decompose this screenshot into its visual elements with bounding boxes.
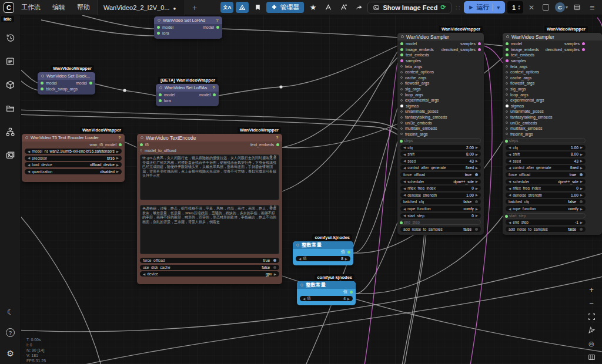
- input-slot[interactable]: fantasytalking_embeds: [503, 114, 602, 120]
- input-slot[interactable]: freeinit_args: [503, 132, 602, 137]
- toggle-dot[interactable]: [580, 173, 583, 176]
- workflow-a-icon[interactable]: [322, 2, 335, 13]
- input-slot[interactable]: feta_args: [397, 63, 484, 69]
- input-dot[interactable]: [506, 88, 508, 90]
- input-dot[interactable]: [506, 42, 509, 45]
- combo-right-arrow-icon[interactable]: ▶: [116, 150, 119, 153]
- slot-row[interactable]: lora: [154, 30, 222, 36]
- textarea-expand-icon[interactable]: [274, 154, 276, 157]
- combo-right-arrow-icon[interactable]: ▶: [580, 146, 583, 149]
- toggle-dot[interactable]: [580, 228, 583, 231]
- toggle-dot[interactable]: [580, 200, 583, 203]
- new-tab-button[interactable]: +: [188, 3, 202, 12]
- combo-right-arrow-icon[interactable]: ▶: [347, 297, 350, 301]
- node-wanvideo-set-loras-top[interactable]: WanVideo Set LoRAs ? model model lora: [154, 16, 222, 39]
- output-dot[interactable]: [478, 42, 481, 45]
- node-int-constant-2[interactable]: comfyui-kjnodes 整数常量 值 ◀ 值 4 ▶: [297, 281, 356, 305]
- textarea-pin-icon[interactable]: [270, 154, 272, 157]
- combo-right-arrow-icon[interactable]: ▶: [476, 214, 478, 217]
- input-slot[interactable]: uni3c_embeds: [503, 120, 602, 126]
- input-dot[interactable]: [506, 65, 508, 68]
- input-slot[interactable]: flowedit_args: [397, 80, 484, 86]
- widget-row[interactable]: ◀ steps ▶: [400, 138, 481, 143]
- slot-row[interactable]: model model: [156, 92, 219, 97]
- combo-left-arrow-icon[interactable]: ◀: [509, 146, 511, 149]
- slot-row[interactable]: model model: [154, 24, 222, 30]
- output-dot[interactable]: [216, 26, 219, 29]
- stop-icon[interactable]: [540, 2, 553, 13]
- collapse-dot-icon[interactable]: [296, 244, 299, 247]
- input-dot[interactable]: [400, 116, 403, 119]
- combo-left-arrow-icon[interactable]: ◀: [509, 207, 511, 211]
- fit-view-icon[interactable]: [587, 312, 596, 321]
- input-dot[interactable]: [41, 82, 44, 85]
- collapse-dot-icon[interactable]: [41, 75, 44, 77]
- input-dot[interactable]: [400, 110, 403, 113]
- node-map-icon[interactable]: [5, 126, 16, 137]
- star-icon[interactable]: ★: [306, 2, 319, 13]
- input-dot[interactable]: [506, 76, 508, 79]
- toggle-dot[interactable]: [475, 228, 478, 231]
- widget-row[interactable]: ◀ add_noise_to_samples false ▶: [400, 227, 481, 232]
- input-dot[interactable]: [400, 82, 403, 85]
- widget-row[interactable]: ◀ quantization disabled ▶: [25, 169, 122, 174]
- node-int-constant-1[interactable]: comfyui-kjnodes 整数常量 值 ◀ 值 8 ▶: [293, 241, 353, 265]
- slot-dot[interactable]: [400, 140, 403, 143]
- input-dot[interactable]: [400, 99, 403, 102]
- input-dot[interactable]: [400, 59, 403, 62]
- input-slot[interactable]: multitalk_embeds: [397, 126, 484, 132]
- combo-left-arrow-icon[interactable]: ◀: [143, 272, 145, 276]
- node-wanvideo-sampler-1[interactable]: WanVideoWrapper WanVideo Sampler model i…: [397, 33, 484, 235]
- combo-left-arrow-icon[interactable]: ◀: [28, 163, 30, 167]
- run-button[interactable]: ▶ 运行 ▾: [464, 1, 505, 14]
- widget-row[interactable]: ◀ end_step -1 ▶: [506, 220, 586, 225]
- toggle-dot[interactable]: [273, 259, 276, 262]
- combo-right-arrow-icon[interactable]: ▶: [580, 180, 583, 183]
- run-options-chevron-icon[interactable]: ▾: [497, 5, 500, 11]
- slot-dot[interactable]: [400, 221, 403, 224]
- widget-row[interactable]: ◀ 值 4 ▶: [300, 296, 353, 301]
- combo-right-arrow-icon[interactable]: ▶: [580, 221, 583, 224]
- combo-left-arrow-icon[interactable]: ◀: [403, 146, 406, 149]
- widget-row[interactable]: ◀ scheduler dpm++_sde ▶: [400, 179, 481, 184]
- input-slot[interactable]: multitalk_embeds: [503, 126, 602, 132]
- widget-row[interactable]: ◀ add_noise_to_samples false ▶: [506, 227, 586, 232]
- input-dot[interactable]: [400, 105, 403, 107]
- output-dot[interactable]: [276, 143, 279, 146]
- input-dot[interactable]: [506, 99, 508, 102]
- combo-right-arrow-icon[interactable]: ▶: [476, 207, 478, 211]
- input-dot[interactable]: [159, 93, 162, 96]
- negative-prompt-textarea[interactable]: 色调艳丽，过曝，静态，细节模糊不清，字幕，风格，作品，画作，画面，静止，整体发灰…: [140, 205, 279, 254]
- select-arrow-icon[interactable]: [587, 326, 596, 334]
- input-slot[interactable]: flowedit_args: [503, 80, 602, 86]
- output-dot[interactable]: [582, 42, 585, 45]
- input-slot[interactable]: experimental_args: [503, 97, 602, 103]
- combo-left-arrow-icon[interactable]: ◀: [403, 180, 406, 183]
- reroute-dot[interactable]: [279, 85, 282, 88]
- widget-row[interactable]: ◀ force_offload true ▶: [400, 172, 481, 177]
- widget-row[interactable]: ◀ rope_function comfy ▶: [400, 206, 481, 211]
- input-slot[interactable]: cache_args: [397, 75, 484, 81]
- widget-row[interactable]: ◀ riflex_freq_index 0 ▶: [506, 186, 586, 191]
- theme-moon-icon[interactable]: ☾: [5, 306, 16, 318]
- widget-row[interactable]: ◀ control_after_generate fixed ▶: [400, 165, 481, 170]
- combo-right-arrow-icon[interactable]: ▶: [580, 159, 583, 163]
- help-icon[interactable]: ?: [118, 135, 121, 140]
- combo-right-arrow-icon[interactable]: ▶: [116, 163, 119, 167]
- combo-left-arrow-icon[interactable]: ◀: [28, 150, 30, 153]
- textarea-expand-icon[interactable]: [274, 205, 276, 207]
- avatar[interactable]: C: [555, 2, 565, 12]
- combo-right-arrow-icon[interactable]: ▶: [580, 187, 583, 190]
- widget-row[interactable]: ◀ load_device offload_device ▶: [25, 162, 122, 167]
- input-slot[interactable]: slg_args: [503, 86, 602, 92]
- slot-row[interactable]: lora: [156, 97, 219, 103]
- combo-left-arrow-icon[interactable]: ◀: [403, 153, 406, 156]
- output-slot[interactable]: samples: [546, 41, 588, 47]
- combo-left-arrow-icon[interactable]: ◀: [303, 297, 305, 301]
- widget-row[interactable]: ◀ use_disk_cache false ▶: [140, 265, 279, 270]
- input-dot[interactable]: [506, 110, 508, 113]
- combo-left-arrow-icon[interactable]: ◀: [28, 170, 30, 173]
- drag-grip-icon[interactable]: ⸬: [454, 4, 462, 11]
- input-dot[interactable]: [506, 116, 508, 119]
- widget-row[interactable]: ◀ seed 43 ▶: [400, 159, 481, 164]
